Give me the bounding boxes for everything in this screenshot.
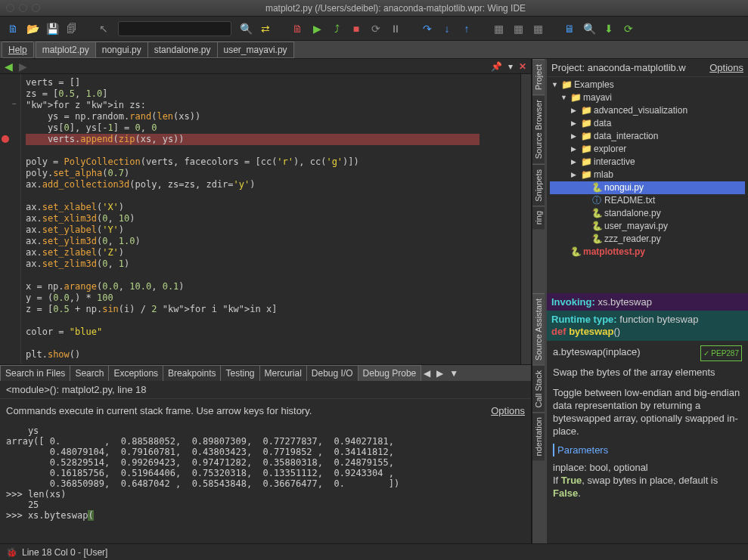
vertical-tab[interactable]: Source Browser bbox=[532, 94, 545, 163]
restart-icon[interactable]: ⟳ bbox=[368, 20, 384, 37]
step-over-icon[interactable]: ↷ bbox=[419, 20, 436, 37]
tree-folder[interactable]: ▶📁data_interaction bbox=[550, 130, 745, 143]
nav-forward-icon[interactable]: ▶ bbox=[19, 60, 27, 73]
tabs-left-icon[interactable]: ◀ bbox=[421, 368, 433, 379]
debug-continue-icon[interactable]: ⤴ bbox=[328, 20, 345, 37]
def-keyword: def bbox=[551, 326, 566, 337]
file-tab[interactable]: user_mayavi.py bbox=[217, 42, 294, 58]
bottom-tab[interactable]: Testing bbox=[220, 365, 259, 382]
new-file-icon[interactable]: 🗎 bbox=[5, 20, 21, 37]
help-button[interactable]: Help bbox=[2, 42, 34, 58]
tree-file[interactable]: 🐍user_mayavi.py bbox=[550, 220, 745, 233]
bottom-tab[interactable]: Breakpoints bbox=[163, 365, 221, 382]
pin-icon[interactable]: 📌 bbox=[491, 61, 502, 72]
tree-folder[interactable]: ▶📁mlab bbox=[550, 169, 745, 181]
vertical-tab[interactable]: Call Stack bbox=[532, 365, 545, 413]
bottom-tab[interactable]: Search bbox=[70, 365, 109, 382]
bottom-tab-bar: Search in FilesSearchExceptionsBreakpoin… bbox=[0, 364, 531, 381]
bottom-tab[interactable]: Debug I/O bbox=[306, 365, 358, 382]
menu-icon[interactable]: ▾ bbox=[508, 61, 513, 72]
tree-file[interactable]: 🐍standalone.py bbox=[550, 207, 745, 220]
window-title: matplot2.py (/Users/sdeibel): anaconda-m… bbox=[49, 3, 742, 14]
traffic-lights[interactable] bbox=[6, 4, 40, 12]
project-options-link[interactable]: Options bbox=[709, 62, 743, 73]
debug-options-link[interactable]: Options bbox=[491, 405, 525, 416]
run-icon[interactable]: ▶ bbox=[309, 20, 325, 37]
tree-folder[interactable]: ▶📁explorer bbox=[550, 143, 745, 156]
close-editor-icon[interactable]: ✕ bbox=[519, 61, 526, 72]
status-bar: 🐞 Line 18 Col 0 - [User] bbox=[0, 543, 748, 560]
tree-root[interactable]: ▼📁Examples bbox=[550, 79, 745, 91]
tree-folder[interactable]: ▶📁data bbox=[550, 117, 745, 130]
tree-file[interactable]: 🐍zzz_reader.py bbox=[550, 233, 745, 246]
main-toolbar: 🗎 📂 💾 🗐 ↖ 🔍 ⇄ 🗎 ▶ ⤴ ■ ⟳ ⏸ ↷ ↓ ↑ ▦ ▦ ▦ 🖥 … bbox=[0, 17, 748, 41]
tree-folder[interactable]: ▶📁interactive bbox=[550, 156, 745, 169]
pep-badge: ✓ PEP287 bbox=[700, 345, 742, 361]
vertical-tab[interactable]: ndentation bbox=[532, 412, 545, 460]
tree-folder[interactable]: ▼📁mayavi bbox=[550, 91, 745, 104]
bug-icon[interactable]: 🐞 bbox=[6, 547, 17, 558]
zoom-window-icon[interactable] bbox=[32, 4, 40, 12]
doc-body: ✓ PEP287 a.byteswap(inplace) Swap the by… bbox=[547, 341, 748, 504]
close-window-icon[interactable] bbox=[6, 4, 14, 12]
check-icon[interactable]: 🔍 bbox=[581, 20, 597, 37]
record-icon[interactable]: 🗎 bbox=[289, 20, 306, 37]
source-assistant-panel: Invoking: xs.byteswap Runtime type: func… bbox=[547, 293, 748, 543]
tree-file[interactable]: 🐍nongui.py bbox=[550, 181, 745, 194]
vertical-tab[interactable]: ring bbox=[532, 206, 545, 229]
fold-icon[interactable]: − bbox=[12, 100, 17, 108]
file-tab[interactable]: standalone.py bbox=[147, 42, 218, 58]
debug-output[interactable]: ys array([ 0. , 0.88588052, 0.89807309, … bbox=[0, 422, 531, 543]
save-all-icon[interactable]: 🗐 bbox=[64, 20, 80, 37]
stop-icon[interactable]: ■ bbox=[348, 20, 365, 37]
nav-back-icon[interactable]: ◀ bbox=[5, 60, 13, 73]
window-titlebar: matplot2.py (/Users/sdeibel): anaconda-m… bbox=[0, 0, 748, 17]
minimize-window-icon[interactable] bbox=[19, 4, 27, 12]
tabs-menu-icon[interactable]: ▼ bbox=[446, 368, 461, 379]
panel3-icon[interactable]: ▦ bbox=[529, 20, 546, 37]
editor-gutter[interactable]: − bbox=[0, 74, 21, 364]
runtime-type-value: function byteswap bbox=[619, 314, 698, 325]
search-icon[interactable]: 🔍 bbox=[237, 20, 254, 37]
step-out-icon[interactable]: ↑ bbox=[458, 20, 475, 37]
step-into-icon[interactable]: ↓ bbox=[439, 20, 455, 37]
project-tree[interactable]: ▼📁Examples▼📁mayavi▶📁advanced_visualizati… bbox=[547, 77, 748, 260]
bottom-tab[interactable]: Mercurial bbox=[259, 365, 307, 382]
pause-icon[interactable]: ⏸ bbox=[387, 20, 404, 37]
doc-summary: Swap the bytes of the array elements bbox=[553, 366, 742, 379]
bottom-tab[interactable]: Search in Files bbox=[0, 365, 70, 382]
vertical-tab[interactable]: Project bbox=[532, 59, 545, 94]
tree-folder[interactable]: ▶📁advanced_visualization bbox=[550, 104, 745, 117]
cursor-position: Line 18 Col 0 - [User] bbox=[22, 547, 107, 558]
vertical-tab[interactable]: Source Assistant bbox=[532, 293, 545, 365]
file-tab[interactable]: matplot2.py bbox=[36, 42, 96, 58]
breakpoint-icon[interactable] bbox=[2, 135, 9, 143]
tree-file[interactable]: ⓘREADME.txt bbox=[550, 194, 745, 207]
tabs-right-icon[interactable]: ▶ bbox=[433, 368, 446, 379]
open-file-icon[interactable]: 📂 bbox=[24, 20, 41, 37]
param-line-1: inplace: bool, optional bbox=[553, 461, 742, 474]
code-content[interactable]: verts = []zs = [0.5, 1.0]"kw">for z "kw"… bbox=[21, 74, 520, 364]
refresh-icon[interactable]: ⟳ bbox=[620, 20, 637, 37]
save-icon[interactable]: 💾 bbox=[44, 20, 61, 37]
bottom-tab[interactable]: Debug Probe bbox=[358, 365, 422, 382]
code-editor[interactable]: − verts = []zs = [0.5, 1.0]"kw">for z "k… bbox=[0, 74, 531, 364]
invoking-value: xs.byteswap bbox=[597, 296, 652, 308]
right-vertical-tabs-lower: Source AssistantCall Stackndentation bbox=[532, 293, 547, 543]
project-title: Project: anaconda-matplotlib.w bbox=[551, 62, 686, 73]
panel1-icon[interactable]: ▦ bbox=[490, 20, 507, 37]
download-icon[interactable]: ⬇ bbox=[601, 20, 617, 37]
bottom-tab[interactable]: Exceptions bbox=[108, 365, 163, 382]
search-input[interactable] bbox=[118, 21, 231, 36]
replace-icon[interactable]: ⇄ bbox=[257, 20, 274, 37]
tree-file[interactable]: 🐍matplottest.py bbox=[550, 246, 745, 258]
vertical-scrollbar[interactable] bbox=[520, 74, 531, 364]
goto-icon[interactable]: ↖ bbox=[95, 20, 112, 37]
param-line-2: If True, swap bytes in place, default is… bbox=[553, 474, 742, 500]
panel2-icon[interactable]: ▦ bbox=[510, 20, 526, 37]
project-panel: Project: anaconda-matplotlib.w Options ▼… bbox=[547, 59, 748, 293]
vertical-tab[interactable]: Snippets bbox=[532, 164, 545, 206]
monitor-icon[interactable]: 🖥 bbox=[561, 20, 578, 37]
file-tab[interactable]: nongui.py bbox=[95, 42, 148, 58]
parameters-heading: Parameters bbox=[553, 444, 742, 456]
